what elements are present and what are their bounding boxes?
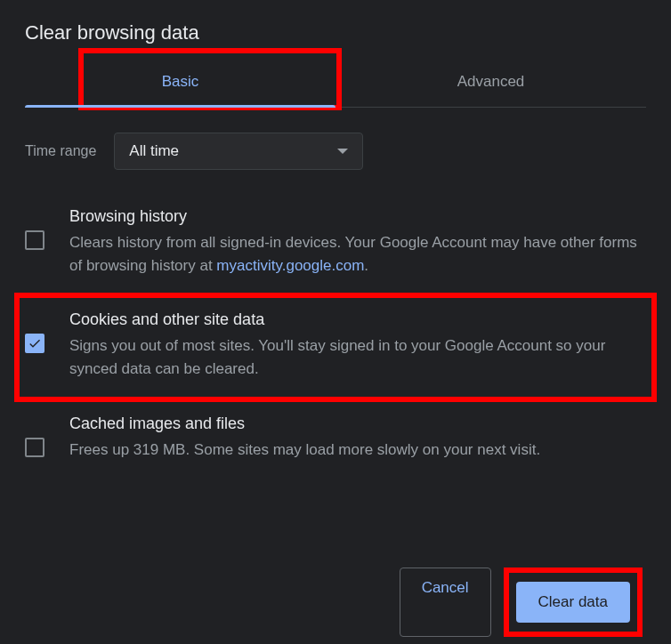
option-desc-cookies: Signs you out of most sites. You'll stay… [69,334,646,382]
tab-basic[interactable]: Basic [25,57,336,107]
checkbox-cookies[interactable] [25,334,44,353]
checkmark-icon [28,336,42,350]
option-title-cookies: Cookies and other site data [69,310,646,329]
option-browsing-history: Browsing history Clears history from all… [25,197,646,294]
option-desc-browsing-history: Clears history from all signed-in device… [69,231,646,278]
time-range-select[interactable]: All time [114,133,363,170]
option-content: Browsing history Clears history from all… [69,207,646,278]
option-desc-cached: Frees up 319 MB. Some sites may load mor… [69,439,646,462]
dialog-title: Clear browsing data [25,21,646,44]
clear-browsing-data-dialog: Clear browsing data Basic Advanced Time … [0,0,671,644]
time-range-value: All time [129,142,179,160]
chevron-down-icon [337,149,348,154]
cancel-button-label: Cancel [422,579,469,596]
desc-suffix: . [364,257,368,274]
time-range-label: Time range [25,143,96,159]
tab-basic-label: Basic [162,73,199,90]
tab-advanced-label: Advanced [457,73,525,90]
checkbox-cached[interactable] [25,438,44,457]
time-range-row: Time range All time [25,133,646,170]
option-title-browsing-history: Browsing history [69,207,646,226]
option-content: Cookies and other site data Signs you ou… [69,310,646,382]
checkbox-browsing-history[interactable] [25,230,44,250]
myactivity-link[interactable]: myactivity.google.com [216,257,364,274]
option-content: Cached images and files Frees up 319 MB.… [69,415,646,462]
dialog-buttons: Cancel Clear data [25,568,646,637]
tabs: Basic Advanced [25,57,646,108]
clear-data-button[interactable]: Clear data [516,582,630,623]
option-cookies: Cookies and other site data Signs you ou… [25,303,646,392]
option-title-cached: Cached images and files [69,415,646,433]
tab-underline-indicator [25,105,336,108]
annotation-highlight-clear-button: Clear data [504,568,643,637]
cancel-button[interactable]: Cancel [400,568,491,637]
clear-data-button-label: Clear data [538,593,608,610]
option-cached: Cached images and files Frees up 319 MB.… [25,404,646,478]
tab-advanced[interactable]: Advanced [336,57,646,107]
